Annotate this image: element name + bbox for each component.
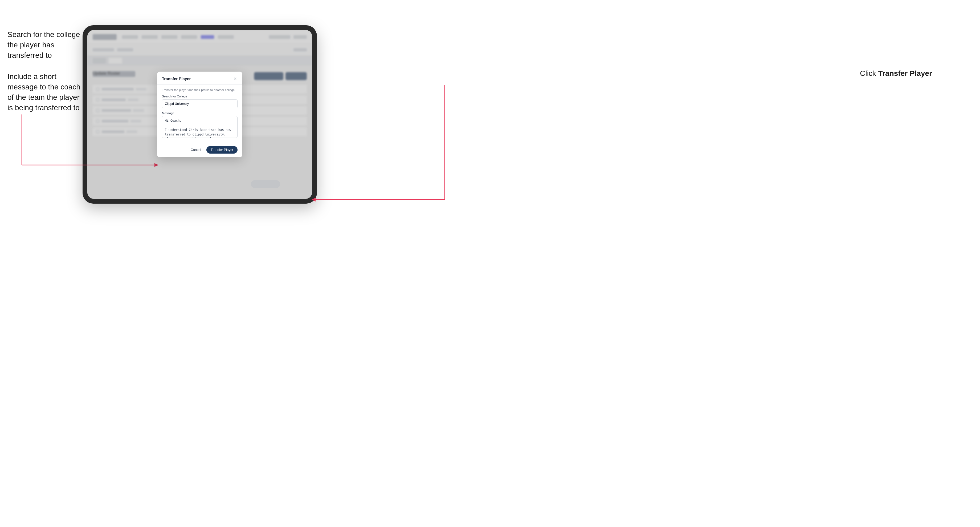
annotation-click-text: Click bbox=[860, 69, 878, 78]
modal-close-button[interactable]: ✕ bbox=[232, 76, 237, 81]
annotation-message-text: Include a short message to the coach of … bbox=[8, 71, 82, 113]
message-label: Message bbox=[162, 111, 237, 115]
modal-description: Transfer the player and their profile to… bbox=[162, 88, 237, 92]
left-annotations: Search for the college the player has tr… bbox=[8, 29, 82, 124]
right-annotation: Click Transfer Player bbox=[860, 69, 932, 78]
cancel-button[interactable]: Cancel bbox=[188, 146, 204, 153]
search-college-input[interactable] bbox=[162, 99, 237, 108]
modal-overlay: Transfer Player ✕ Transfer the player an… bbox=[88, 30, 312, 199]
annotation-search-text: Search for the college the player has tr… bbox=[8, 29, 82, 61]
modal-header: Transfer Player ✕ bbox=[157, 71, 242, 85]
modal-title: Transfer Player bbox=[162, 76, 191, 81]
transfer-player-button[interactable]: Transfer Player bbox=[206, 146, 237, 154]
tablet-screen: Update Roster Transfer Player bbox=[88, 30, 312, 199]
annotation-transfer-bold: Transfer Player bbox=[878, 69, 932, 78]
tablet-device: Update Roster Transfer Player bbox=[83, 25, 317, 204]
message-textarea[interactable]: Hi Coach, I understand Chris Robertson h… bbox=[162, 116, 237, 138]
search-college-label: Search for College bbox=[162, 95, 237, 98]
modal-body: Transfer the player and their profile to… bbox=[157, 85, 242, 143]
transfer-player-modal: Transfer Player ✕ Transfer the player an… bbox=[157, 71, 242, 157]
modal-footer: Cancel Transfer Player bbox=[157, 143, 242, 157]
